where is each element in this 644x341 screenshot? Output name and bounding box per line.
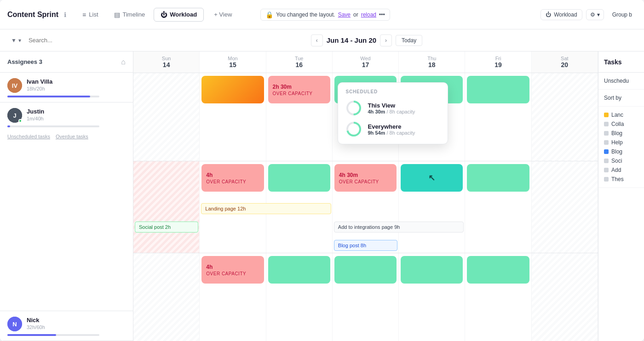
cap-block-ivan-mon — [201, 76, 264, 103]
date-navigation: ‹ Jun 14 - Jun 20 › Today — [311, 34, 422, 46]
task-pill[interactable]: Blog post 8h — [334, 240, 397, 251]
layout-changed-banner: 🔒 You changed the layout. Save or reload… — [260, 9, 390, 21]
avatar-nick: N — [7, 317, 22, 331]
cursor-pointer-indicator: ↖ — [405, 173, 458, 183]
cell-justin-sat — [532, 161, 598, 253]
cap-block-ivan-tue: 2h 30m OVER CAPACITY — [268, 76, 330, 103]
list-item-0[interactable]: Lanc — [604, 110, 638, 119]
avatar-wrapper-nick: N — [7, 317, 22, 331]
tasks-list: Lanc Colla Blog Help Blog — [598, 107, 644, 188]
assignee-name-justin: Justin — [27, 108, 44, 115]
overdue-tasks-link[interactable]: Overdue tasks — [56, 134, 88, 139]
dot-gray-3 — [604, 140, 609, 145]
svg-text:N: N — [12, 321, 17, 328]
dot-gray-7 — [604, 177, 609, 182]
cell-ivan-sat — [532, 73, 598, 161]
dot-gray-5 — [604, 159, 609, 163]
cell-nick-wed — [333, 253, 399, 341]
day-header-wed: Wed 17 — [333, 51, 399, 73]
progress-bar-ivan — [0, 96, 133, 102]
nav-tabs: ≡ List ▤ Timeline ⏻ Workload — [75, 8, 204, 22]
cell-ivan-tue: 2h 30m OVER CAPACITY — [266, 73, 333, 161]
groupby-button[interactable]: Group b — [608, 10, 637, 20]
avatar-ivan: IV — [7, 78, 22, 93]
task-pill[interactable]: Add to integrations page 9h — [334, 222, 464, 233]
cap-block-nick-wed — [334, 256, 397, 284]
cap-block-justin-wed: 4h 30m OVER CAPACITY — [334, 164, 397, 192]
progress-bar-justin — [0, 125, 133, 132]
unscheduled-section: Unschedu — [598, 73, 644, 90]
next-date-button[interactable]: › — [380, 34, 392, 46]
list-item-7[interactable]: Thes — [604, 175, 638, 184]
dot-blue — [604, 149, 609, 154]
calendar-rows: 2h 30m OVER CAPACITY SCHEDULED — [133, 73, 598, 341]
prev-date-button[interactable]: ‹ — [311, 34, 323, 46]
add-view-button[interactable]: + View — [207, 8, 238, 21]
filter-dropdown-icon: ▾ — [18, 37, 21, 44]
cell-ivan-sun — [133, 73, 200, 161]
settings-icon: ⚙ — [590, 11, 595, 18]
toolbar: ▼ ▾ ‹ Jun 14 - Jun 20 › Today — [0, 29, 644, 51]
unscheduled-tasks-link[interactable]: Unscheduled tasks — [7, 134, 50, 139]
progress-bar-nick — [0, 334, 133, 341]
list-item-3[interactable]: Help — [604, 138, 638, 147]
calendar-row-justin: 4h OVER CAPACITY 4h 30m OVER CAPACITY — [133, 161, 598, 253]
assignee-info-nick: N Nick 32h/60h — [0, 311, 133, 334]
home-icon[interactable]: ⌂ — [121, 58, 126, 66]
list-item-2[interactable]: Blog — [604, 129, 638, 138]
list-item-5[interactable]: Soci — [604, 156, 638, 165]
assignees-panel: Assignees 3 ⌂ IV Ivan Villa 18h/20h — [0, 51, 133, 341]
sortby-section: Sort by — [598, 90, 644, 107]
tab-timeline[interactable]: ▤ Timeline — [107, 8, 152, 22]
task-pill[interactable]: Landing page 12h — [201, 203, 331, 214]
cap-block-justin-mon: 4h OVER CAPACITY — [201, 164, 264, 192]
cell-justin-fri — [465, 161, 531, 253]
tasks-header: Tasks — [598, 51, 644, 73]
cell-nick-sun — [133, 253, 200, 341]
cell-ivan-fri — [465, 73, 531, 161]
task-pill[interactable]: Social post 2h — [135, 222, 198, 233]
day-header-sun: Sun 14 — [133, 51, 200, 73]
filter-icon: ▼ — [11, 37, 17, 44]
settings-button[interactable]: ⚙ ▾ — [586, 9, 604, 20]
day-header-fri: Fri 19 — [465, 51, 531, 73]
cap-block-ivan-fri — [467, 76, 529, 103]
info-icon[interactable]: ℹ — [64, 11, 66, 18]
tab-list[interactable]: ≡ List — [75, 8, 105, 22]
toolbar-right: ⏻ Workload ⚙ ▾ Group b — [540, 9, 637, 20]
assignee-info-ivan: IV Ivan Villa 18h/20h — [0, 73, 133, 96]
save-link[interactable]: Save — [338, 11, 351, 18]
dot-gray-6 — [604, 168, 609, 172]
cell-ivan-wed: SCHEDULED This View 4h 30m — [333, 73, 399, 161]
assignee-name-nick: Nick — [27, 317, 45, 324]
timeline-icon: ▤ — [114, 11, 120, 18]
workload-view-icon: ⏻ — [546, 11, 551, 18]
calendar-row-nick: 4h OVER CAPACITY — [133, 253, 598, 341]
assignees-header: Assignees 3 ⌂ — [0, 51, 133, 73]
list-item-4[interactable]: Blog — [604, 147, 638, 156]
cap-block-nick-tue — [268, 256, 330, 284]
chevron-down-icon: ▾ — [597, 11, 600, 18]
unscheduled-label: Unschedu — [604, 76, 638, 85]
assignee-name-ivan: Ivan Villa — [27, 78, 52, 85]
tab-workload[interactable]: ⏻ Workload — [154, 8, 204, 22]
cap-block-justin-thu: ↖ — [401, 164, 463, 192]
search-input[interactable] — [29, 37, 93, 44]
list-item-1[interactable]: Colla — [604, 119, 638, 129]
list-item-6[interactable]: Add — [604, 165, 638, 175]
right-panel: Tasks Unschedu Sort by Lanc Colla — [598, 51, 644, 341]
workload-view-button[interactable]: ⏻ Workload — [540, 9, 582, 20]
cap-block-nick-mon: 4h OVER CAPACITY — [201, 256, 264, 284]
today-button[interactable]: Today — [396, 35, 422, 46]
filter-button[interactable]: ▼ ▾ — [7, 35, 25, 45]
dot-gray-1 — [604, 122, 609, 126]
dot-yellow — [604, 113, 609, 117]
assignee-hours-justin: 1m/40h — [27, 116, 44, 121]
popup-title: SCHEDULED — [345, 89, 440, 94]
cell-nick-thu — [399, 253, 465, 341]
calendar-grid: Sun 14 Mon 15 Tue 16 Wed 17 Thu 18 — [133, 51, 598, 341]
popup-info-everywhere: Everywhere 9h 54m / 8h capacity — [368, 123, 415, 136]
cell-ivan-mon — [200, 73, 266, 161]
reload-link[interactable]: reload — [361, 11, 376, 18]
cell-nick-mon: 4h OVER CAPACITY — [200, 253, 266, 341]
